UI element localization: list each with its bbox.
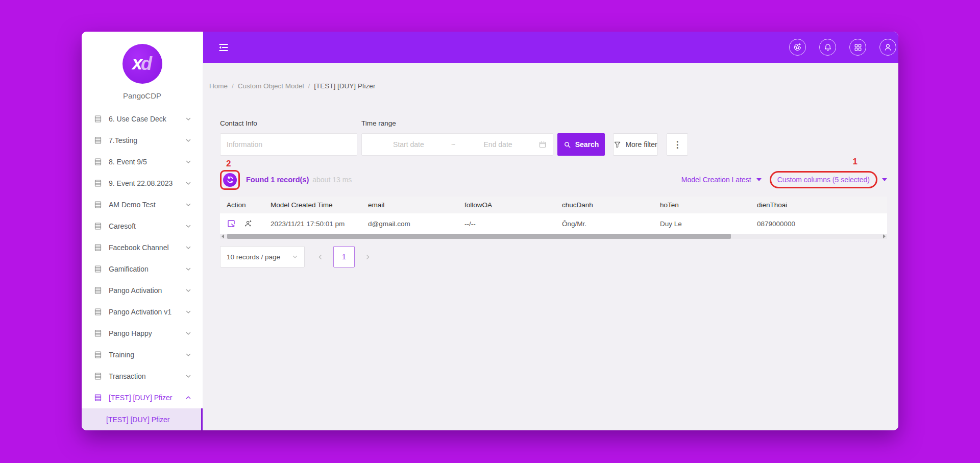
cell-model-created-time: 2023/11/21 17:50:01 pm	[264, 220, 361, 228]
column-header-followoa: followOA	[458, 201, 555, 209]
range-separator: ~	[449, 140, 457, 149]
logo-glyph: d	[141, 53, 152, 75]
start-date-placeholder[interactable]: Start date	[368, 140, 449, 149]
vertical-ellipsis-icon: ⋮	[673, 139, 682, 150]
previous-page-button[interactable]	[311, 246, 330, 267]
pagination: 10 records / page 1	[220, 246, 887, 267]
topbar-actions	[789, 39, 897, 56]
sidebar-item-label: 8. Event 9/5	[109, 158, 185, 166]
scroll-right-arrow[interactable]	[883, 234, 886, 238]
breadcrumb-home[interactable]: Home	[209, 82, 228, 90]
sidebar-item-label: Caresoft	[109, 222, 185, 230]
sidebar-item-label: Gamification	[109, 265, 185, 273]
search-button[interactable]: Search	[557, 133, 605, 156]
page-size-select[interactable]: 10 records / page	[220, 246, 305, 267]
chevron-icon	[185, 137, 191, 143]
refresh-button[interactable]	[223, 173, 237, 187]
date-range-picker[interactable]: Start date ~ End date	[361, 133, 553, 156]
pangocdp-logo: x d	[122, 44, 162, 84]
app-grid-icon[interactable]	[849, 39, 866, 56]
end-date-placeholder[interactable]: End date	[457, 140, 538, 149]
cell-followoa: --/--	[458, 220, 555, 228]
sidebar-item[interactable]: Gamification	[82, 258, 203, 280]
cell-chucdanh: Ông/Mr.	[555, 220, 653, 228]
sort-dropdown[interactable]: Model Creation Latest	[681, 176, 762, 184]
sidebar-item-label: Training	[109, 351, 185, 359]
chevron-icon	[185, 373, 191, 379]
sidebar-item-label: AM Demo Test	[109, 201, 185, 209]
sidebar-item[interactable]: Pango Activation v1	[82, 301, 203, 323]
table-icon	[94, 394, 102, 402]
whats-new-icon[interactable]	[789, 39, 806, 56]
table-row: 2023/11/21 17:50:01 pm d@gmail.com --/--…	[220, 213, 887, 234]
contact-info-input[interactable]	[227, 140, 351, 149]
breadcrumb-custom-object-model[interactable]: Custom Object Model	[238, 82, 304, 90]
sidebar-item[interactable]: Transaction	[82, 365, 203, 387]
chevron-icon	[185, 116, 191, 122]
notification-bell-icon[interactable]	[819, 39, 836, 56]
column-header-model-created-time: Model Created Time	[264, 201, 361, 209]
more-filter-button[interactable]: More filter	[613, 133, 658, 156]
sidebar-item[interactable]: Pango Activation	[82, 280, 203, 301]
column-header-chucdanh: chucDanh	[555, 201, 653, 209]
table-icon	[94, 136, 102, 144]
sidebar-item[interactable]: 9. Event 22.08.2023	[82, 173, 203, 194]
sidebar-item[interactable]: 6. Use Case Deck	[82, 108, 203, 130]
sidebar-item[interactable]: Facebook Channel	[82, 237, 203, 258]
sidebar-item[interactable]: Pango Happy	[82, 323, 203, 344]
table-icon	[94, 286, 102, 295]
sidebar-menu: 6. Use Case Deck	[82, 108, 203, 408]
sidebar-item[interactable]: Training	[82, 344, 203, 365]
main-area: Home / Custom Object Model / [TEST] [DUY…	[203, 32, 898, 430]
scrollbar-thumb[interactable]	[227, 234, 731, 239]
table-icon	[94, 329, 102, 337]
user-switch-icon[interactable]	[243, 219, 253, 228]
table-icon	[94, 201, 102, 209]
user-profile-icon[interactable]	[879, 39, 896, 56]
table-icon	[94, 372, 102, 380]
custom-columns-dropdown[interactable]: Custom columns (5 selected)	[777, 176, 870, 184]
cell-email: d@gmail.com	[361, 220, 458, 228]
contact-info-label: Contact Info	[220, 119, 357, 128]
chevron-icon	[185, 223, 191, 229]
chevron-icon	[185, 395, 191, 401]
more-filter-label: More filter	[625, 140, 657, 149]
column-header-email: email	[361, 201, 458, 209]
sidebar-item[interactable]: AM Demo Test	[82, 194, 203, 215]
annotation-box-step2: 2	[220, 170, 240, 190]
page-number-button[interactable]: 1	[333, 246, 355, 267]
sidebar-item-label: 6. Use Case Deck	[109, 115, 185, 123]
table-icon	[94, 158, 102, 166]
caret-down-icon	[756, 178, 762, 181]
column-header-hoten: hoTen	[653, 201, 750, 209]
calendar-icon	[538, 140, 547, 149]
sidebar-item[interactable]: Caresoft	[82, 215, 203, 237]
table-header-row: Action Model Created Time email followOA…	[220, 197, 887, 213]
search-icon	[564, 141, 571, 149]
chevron-icon	[185, 352, 191, 358]
more-options-button[interactable]: ⋮	[667, 133, 688, 156]
contact-info-field	[220, 133, 357, 156]
chevron-icon	[185, 202, 191, 208]
sidebar-item-label: 9. Event 22.08.2023	[109, 179, 185, 187]
breadcrumb-current: [TEST] [DUY] Pfizer	[314, 82, 375, 90]
logo-area: x d PangoCDP	[82, 32, 203, 108]
caret-down-icon[interactable]	[882, 178, 887, 181]
table-icon	[94, 179, 102, 187]
scroll-left-arrow[interactable]	[222, 234, 224, 238]
breadcrumb: Home / Custom Object Model / [TEST] [DUY…	[203, 63, 898, 90]
sidebar-item[interactable]: 8. Event 9/5	[82, 151, 203, 173]
cell-dienthoai: 0879000000	[750, 220, 887, 228]
chevron-icon	[185, 330, 191, 336]
results-bar: 2 Found 1 record(s) about 13 ms 1	[220, 169, 887, 190]
sidebar-item[interactable]: [TEST] [DUY] Pfizer	[82, 387, 203, 408]
sidebar-item[interactable]: 7.Testing	[82, 130, 203, 151]
sidebar-item-label: Pango Activation v1	[109, 308, 185, 316]
select-record-icon[interactable]	[227, 219, 236, 228]
next-page-button[interactable]	[358, 246, 377, 267]
sidebar-item-label: Facebook Channel	[109, 243, 185, 252]
menu-fold-icon[interactable]	[217, 41, 230, 54]
sidebar-subitem-active[interactable]: [TEST] [DUY] Pfizer	[82, 408, 203, 430]
chevron-down-icon	[292, 254, 298, 260]
table-icon	[94, 308, 102, 316]
